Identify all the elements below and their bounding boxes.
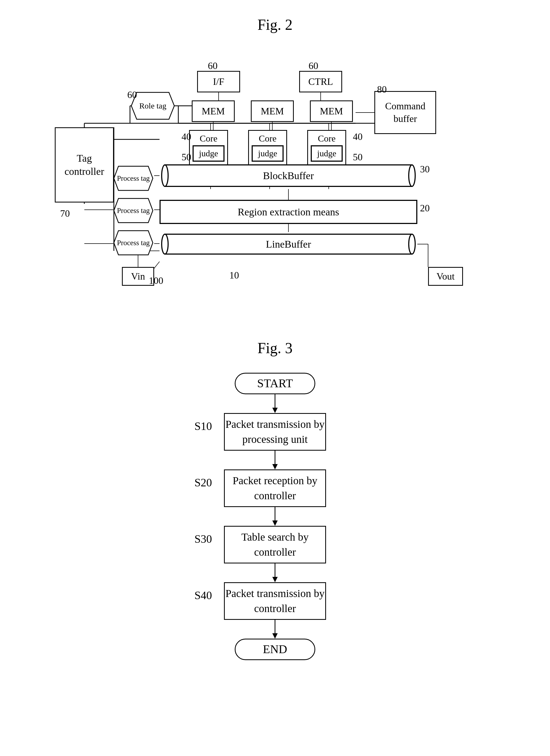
- process-tag-2: Process tag: [113, 197, 154, 224]
- svg-marker-46: [272, 408, 278, 413]
- judge3-box: judge: [311, 145, 343, 162]
- label-60-c: 60: [309, 60, 318, 71]
- label-40-b: 40: [353, 131, 363, 142]
- judge1-box: judge: [193, 145, 225, 162]
- label-100: 100: [149, 275, 163, 286]
- label-20: 20: [420, 202, 430, 214]
- label-50-b: 50: [353, 151, 363, 163]
- s40-box: Packet transmission by controller: [224, 582, 326, 620]
- label-50-a: 50: [182, 151, 191, 163]
- s10-box: Packet transmission by processing unit: [224, 413, 326, 451]
- fig2-title: Fig. 2: [21, 16, 529, 33]
- s20-box: Packet reception by controller: [224, 469, 326, 507]
- start-node: START: [235, 373, 315, 394]
- core-group-1: Core judge: [189, 130, 228, 165]
- region-extraction-box: Region extraction means: [160, 200, 417, 224]
- end-node: END: [235, 639, 315, 660]
- mem1-box: MEM: [192, 100, 235, 122]
- svg-marker-48: [272, 464, 278, 469]
- block-buffer-label: BlockBuffer: [160, 162, 417, 189]
- svg-marker-50: [272, 520, 278, 526]
- s30-box: Table search by controller: [224, 526, 326, 563]
- mem3-box: MEM: [310, 100, 353, 122]
- fig3-title: Fig. 3: [21, 339, 529, 357]
- fig2-diagram: Tag controller 70 Role tag 60 I/F 60 CTR…: [47, 44, 503, 307]
- label-70: 70: [60, 208, 70, 219]
- s10-label: S10: [194, 420, 212, 433]
- s40-label: S40: [194, 589, 212, 602]
- fig3-diagram: START S10 Packet transmission by process…: [141, 367, 409, 717]
- label-60-a: 60: [127, 89, 137, 100]
- if-box: I/F: [197, 71, 240, 92]
- label-40-a: 40: [182, 131, 191, 142]
- vout-box: Vout: [428, 267, 463, 286]
- block-buffer-container: BlockBuffer: [160, 162, 417, 189]
- svg-marker-54: [272, 633, 278, 639]
- line-buffer-container: LineBuffer: [160, 232, 417, 256]
- process-tag-3: Process tag: [113, 229, 154, 256]
- core-group-2: Core judge: [248, 130, 287, 165]
- core1-label: Core: [200, 133, 218, 144]
- page: Fig. 2: [0, 0, 550, 733]
- core3-label: Core: [318, 133, 336, 144]
- label-60-b: 60: [208, 60, 218, 71]
- s30-label: S30: [194, 533, 212, 545]
- line-buffer-label: LineBuffer: [160, 232, 417, 256]
- process-tag-1: Process tag: [113, 165, 154, 192]
- ctrl-box: CTRL: [299, 71, 342, 92]
- core-group-3: Core judge: [307, 130, 346, 165]
- label-80: 80: [377, 84, 387, 95]
- judge2-box: judge: [252, 145, 284, 162]
- command-buffer-box: Command buffer: [374, 91, 436, 134]
- label-10: 10: [229, 270, 239, 281]
- fig3-section: Fig. 3 START: [21, 339, 529, 717]
- tag-controller-box: Tag controller: [55, 127, 114, 202]
- mem2-box: MEM: [251, 100, 294, 122]
- s20-label: S20: [194, 476, 212, 489]
- svg-marker-52: [272, 577, 278, 582]
- label-30: 30: [420, 164, 430, 175]
- core2-label: Core: [259, 133, 277, 144]
